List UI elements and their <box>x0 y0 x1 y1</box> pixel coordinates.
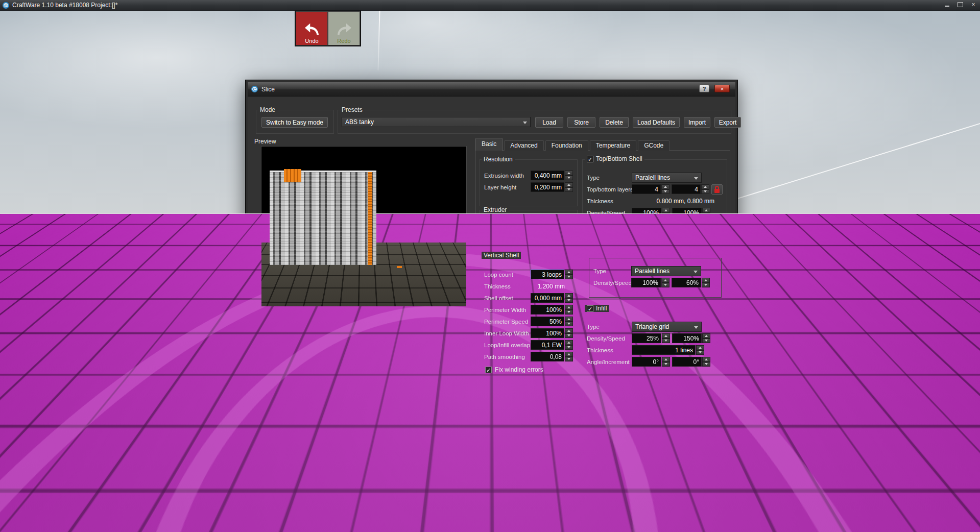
spin-up-icon[interactable] <box>696 345 704 350</box>
loop-count-spinner[interactable] <box>565 270 573 279</box>
preview-viewport[interactable] <box>261 146 467 307</box>
spin-down-icon[interactable] <box>565 187 573 192</box>
spin-up-icon[interactable] <box>662 333 670 338</box>
store-button[interactable]: Store <box>567 117 595 128</box>
spin-down-icon[interactable] <box>661 283 670 288</box>
maximize-button[interactable] <box>955 1 965 8</box>
spin-up-icon[interactable] <box>571 501 580 506</box>
tab-temperature[interactable]: Temperature <box>590 140 636 151</box>
spin-down-icon[interactable] <box>565 298 573 303</box>
tab-foundation[interactable]: Foundation <box>545 140 588 151</box>
topmost-type-dropdown[interactable]: Paralell lines <box>631 266 701 276</box>
spin-down-icon[interactable] <box>662 213 670 218</box>
spin-down-icon[interactable] <box>662 236 670 241</box>
spin-down-icon[interactable] <box>642 493 650 498</box>
top-bottom-shell-checkbox[interactable]: ✓ <box>587 156 593 162</box>
spin-down-icon[interactable] <box>702 213 710 218</box>
spin-up-icon[interactable] <box>642 489 650 494</box>
scale-by-spinner[interactable] <box>642 489 650 498</box>
inner-loop-width-spinner[interactable] <box>565 328 573 338</box>
spin-down-icon[interactable] <box>702 362 710 367</box>
tb-angle-spinner[interactable] <box>662 231 670 241</box>
spin-up-icon[interactable] <box>565 221 573 226</box>
spin-up-icon[interactable] <box>661 184 670 189</box>
dialog-titlebar[interactable]: C Slice ? × <box>248 82 735 96</box>
filament-diameter-spinner[interactable] <box>565 221 573 231</box>
spin-up-icon[interactable] <box>565 305 573 310</box>
load-defaults-button[interactable]: Load Defaults <box>633 117 680 128</box>
spin-down-icon[interactable] <box>565 310 573 315</box>
extrusion-width-input[interactable]: 0,400 mm <box>531 171 564 180</box>
spin-up-icon[interactable] <box>565 233 573 238</box>
undo-button[interactable]: Undo <box>296 12 327 45</box>
scale-by-input[interactable]: 1 <box>610 489 641 498</box>
spin-down-icon[interactable] <box>565 345 573 350</box>
extruder-adjust-spinner[interactable] <box>565 233 573 243</box>
perimeter-width-input[interactable]: 100% <box>531 305 564 315</box>
tb-speed-spinner[interactable] <box>702 208 710 217</box>
supportbar-thickness-input[interactable]: 1,0mm <box>544 489 571 498</box>
perimeter-speed-input[interactable]: 50% <box>531 317 564 326</box>
tab-gcode[interactable]: GCode <box>638 140 670 151</box>
preset-dropdown[interactable]: ABS tanky <box>342 117 531 127</box>
spin-down-icon[interactable] <box>565 238 573 243</box>
infill-increment-input[interactable]: 0° <box>672 357 702 367</box>
tb-speed-input[interactable]: 100% <box>672 208 702 217</box>
topmost-shell-checkbox[interactable] <box>588 246 594 253</box>
layer-height-input[interactable]: 0,200 mm <box>531 182 564 192</box>
tb-layers-bottom-input[interactable]: 4 <box>672 184 701 194</box>
load-button[interactable]: Load <box>535 117 563 128</box>
infill-density-spinner[interactable] <box>662 333 670 343</box>
spin-down-icon[interactable] <box>662 362 670 367</box>
spin-up-icon[interactable] <box>662 231 670 236</box>
spin-up-icon[interactable] <box>701 184 709 189</box>
auto-generate-support-button[interactable]: Auto-Generate Support <box>584 501 650 511</box>
spin-down-icon[interactable] <box>696 350 704 355</box>
tb-layers-top-input[interactable]: 4 <box>632 184 661 194</box>
infill-thickness-spinner[interactable] <box>696 345 704 355</box>
infill-density-input[interactable]: 25% <box>632 333 661 343</box>
redo-button[interactable]: Redo <box>328 12 360 45</box>
spin-up-icon[interactable] <box>565 270 573 275</box>
options-button[interactable]: Options <box>949 371 978 400</box>
path-smoothing-spinner[interactable] <box>565 352 573 361</box>
tab-basic[interactable]: Basic <box>475 138 503 151</box>
topmost-density-input[interactable]: 100% <box>631 278 661 287</box>
spin-up-icon[interactable] <box>565 340 573 345</box>
shell-offset-spinner[interactable] <box>565 293 573 303</box>
objects-tool-button[interactable]: Objects <box>3 257 32 286</box>
path-smoothing-input[interactable]: 0,08 <box>531 352 564 361</box>
spin-down-icon[interactable] <box>565 322 573 327</box>
loop-count-input[interactable]: 3 loops <box>531 270 564 279</box>
infill-speed-input[interactable]: 150% <box>672 333 702 343</box>
lock-icon[interactable] <box>711 184 723 195</box>
spin-down-icon[interactable] <box>565 357 573 362</box>
dialog-help-button[interactable]: ? <box>699 85 709 92</box>
clear-supports-button[interactable]: Clear all the suppotrs <box>580 514 641 524</box>
supportbar-thickness-spinner[interactable] <box>572 489 580 498</box>
infill-angle-input[interactable]: 0° <box>632 357 661 367</box>
tb-angle-input[interactable]: 45° <box>632 231 661 241</box>
window-titlebar[interactable]: C CraftWare 1.10 beta #18008 Project:[]*… <box>0 0 980 11</box>
inner-loop-width-input[interactable]: 100% <box>531 328 564 338</box>
spin-down-icon[interactable] <box>571 506 580 511</box>
infill-checkbox[interactable]: ✓ <box>587 305 593 312</box>
infill-angle-spinner[interactable] <box>662 357 670 367</box>
spin-up-icon[interactable] <box>702 357 710 362</box>
layer-height-spinner[interactable] <box>565 182 573 192</box>
spin-up-icon[interactable] <box>662 357 670 362</box>
loop-infill-overlap-spinner[interactable] <box>565 340 573 350</box>
fix-winding-errors-checkbox[interactable]: ✓ <box>485 367 492 373</box>
spin-down-icon[interactable] <box>702 338 710 344</box>
tb-increment-spinner[interactable] <box>702 231 710 241</box>
export-button[interactable]: Export <box>714 117 741 128</box>
slice-button[interactable]: Slice! <box>678 418 722 430</box>
tab-advanced[interactable]: Advanced <box>504 140 543 151</box>
tb-min-line-spinner[interactable] <box>696 220 704 229</box>
extruder-adjust-input[interactable]: 100,0% <box>531 233 564 243</box>
infill-type-dropdown[interactable]: Triangle grid <box>632 322 702 332</box>
spin-down-icon[interactable] <box>701 189 709 195</box>
spin-up-icon[interactable] <box>662 208 670 213</box>
spin-up-icon[interactable] <box>572 489 580 494</box>
delete-button[interactable]: Delete <box>600 117 629 128</box>
